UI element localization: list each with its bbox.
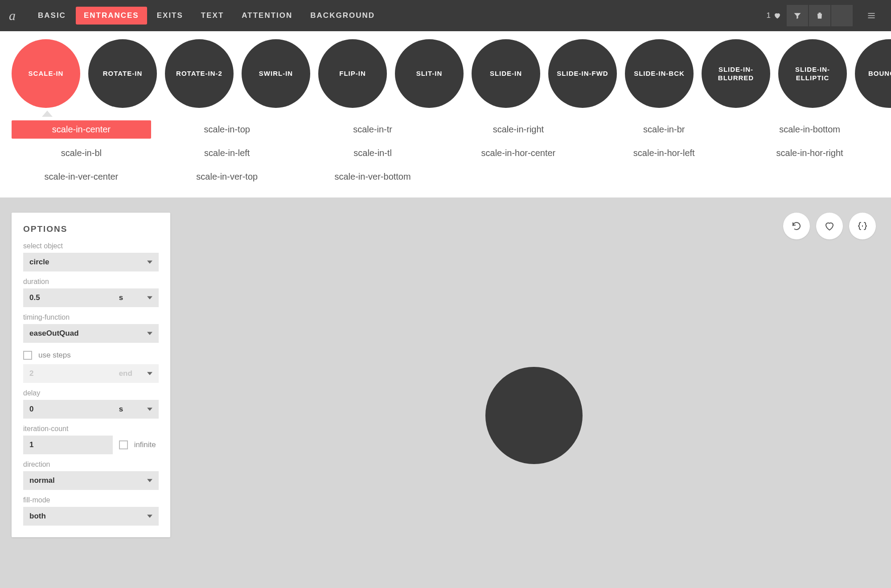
variant-scale-in-hor-right[interactable]: scale-in-hor-right: [740, 144, 879, 162]
steps-count-input[interactable]: [23, 364, 113, 383]
duration-label: duration: [23, 278, 159, 286]
fill-mode-label: fill-mode: [23, 496, 159, 504]
stage-buttons: [783, 213, 876, 239]
variant-scale-in-br[interactable]: scale-in-br: [594, 120, 734, 139]
duration-unit-dropdown[interactable]: [113, 288, 159, 307]
nav-tab-background[interactable]: BACKGROUND: [302, 7, 383, 25]
logo[interactable]: a: [9, 8, 16, 23]
variant-scale-in-hor-center[interactable]: scale-in-hor-center: [449, 144, 588, 162]
direction-label: direction: [23, 461, 159, 469]
anim-circle-slide-in-bck[interactable]: SLIDE-IN-BCK: [625, 39, 694, 108]
code-button[interactable]: [849, 213, 876, 239]
active-pointer-icon: [42, 111, 53, 117]
variant-scale-in-tl[interactable]: scale-in-tl: [303, 144, 443, 162]
fill-mode-dropdown[interactable]: [23, 507, 159, 526]
duration-input[interactable]: [23, 288, 113, 307]
variant-scale-in-right[interactable]: scale-in-right: [449, 120, 588, 139]
iteration-count-label: iteration-count: [23, 425, 159, 433]
variant-scale-in-ver-top[interactable]: scale-in-ver-top: [157, 168, 297, 186]
nav-tabs: BASICENTRANCESEXITSTEXTATTENTIONBACKGROU…: [30, 7, 383, 25]
infinite-checkbox[interactable]: [119, 440, 128, 449]
delay-input[interactable]: [23, 400, 113, 419]
anim-circle-flip-in[interactable]: FLIP-IN: [318, 39, 387, 108]
options-panel: OPTIONS select object duration timing-fu…: [12, 213, 170, 537]
anim-circle-slide-in-fwd[interactable]: SLIDE-IN-FWD: [548, 39, 617, 108]
variant-scale-in-hor-left[interactable]: scale-in-hor-left: [594, 144, 734, 162]
select-object-dropdown[interactable]: [23, 253, 159, 271]
replay-button[interactable]: [783, 213, 810, 239]
variant-scale-in-tr[interactable]: scale-in-tr: [303, 120, 443, 139]
timing-function-label: timing-function: [23, 313, 159, 321]
anim-circle-slide-in-elliptic[interactable]: SLIDE-IN-ELLIPTIC: [778, 39, 847, 108]
replay-icon: [791, 221, 802, 231]
hamburger-icon: [867, 11, 876, 20]
nav-tab-basic[interactable]: BASIC: [30, 7, 74, 25]
timing-function-dropdown[interactable]: [23, 324, 159, 343]
infinite-label: infinite: [134, 440, 156, 449]
anim-circle-slide-in-blurred[interactable]: SLIDE-IN-BLURRED: [702, 39, 770, 108]
iteration-count-input[interactable]: [23, 436, 113, 454]
variant-scale-in-ver-center[interactable]: scale-in-ver-center: [12, 168, 151, 186]
variants-grid: scale-in-centerscale-in-topscale-in-trsc…: [0, 116, 891, 197]
anim-circle-rotate-in-2[interactable]: ROTATE-IN-2: [165, 39, 234, 108]
anim-circle-swirl-in[interactable]: SWIRL-IN: [242, 39, 310, 108]
direction-dropdown[interactable]: [23, 471, 159, 490]
variant-scale-in-bottom[interactable]: scale-in-bottom: [740, 120, 879, 139]
fav-count-value: 1: [767, 11, 771, 20]
anim-circle-scale-in[interactable]: SCALE-IN: [12, 39, 80, 108]
filter-icon: [793, 11, 802, 20]
download-icon: [838, 11, 846, 20]
pointer-row: [0, 108, 891, 116]
anim-circle-slide-in[interactable]: SLIDE-IN: [472, 39, 540, 108]
variant-scale-in-ver-bottom[interactable]: scale-in-ver-bottom: [303, 168, 443, 186]
animation-circles-row: SCALE-INROTATE-INROTATE-IN-2SWIRL-INFLIP…: [0, 31, 891, 108]
anim-circle-bounce-in[interactable]: BOUNCE-IN: [855, 39, 891, 108]
code-braces-icon: [857, 221, 868, 231]
trash-icon: [815, 11, 824, 20]
topbar-right: 1: [767, 5, 882, 26]
variant-scale-in-top[interactable]: scale-in-top: [157, 120, 297, 139]
download-button[interactable]: [831, 5, 853, 26]
delay-unit-dropdown[interactable]: [113, 400, 159, 419]
favorites-count[interactable]: 1: [767, 11, 781, 20]
nav-tab-entrances[interactable]: ENTRANCES: [76, 7, 147, 25]
topbar-left: a BASICENTRANCESEXITSTEXTATTENTIONBACKGR…: [9, 7, 383, 25]
use-steps-label: use steps: [38, 351, 71, 360]
variant-scale-in-center[interactable]: scale-in-center: [12, 120, 151, 139]
select-object-label: select object: [23, 242, 159, 250]
preview-object-circle: [485, 367, 583, 464]
steps-position-dropdown[interactable]: [113, 364, 159, 383]
use-steps-checkbox[interactable]: [23, 351, 32, 360]
nav-tab-text[interactable]: TEXT: [193, 7, 232, 25]
heart-icon: [824, 221, 835, 231]
delete-button[interactable]: [809, 5, 830, 26]
nav-tab-attention[interactable]: ATTENTION: [234, 7, 300, 25]
variant-scale-in-left[interactable]: scale-in-left: [157, 144, 297, 162]
delay-label: delay: [23, 389, 159, 397]
heart-icon: [773, 12, 781, 20]
favorite-button[interactable]: [816, 213, 843, 239]
topbar: a BASICENTRANCESEXITSTEXTATTENTIONBACKGR…: [0, 0, 891, 31]
options-title: OPTIONS: [23, 224, 159, 234]
menu-button[interactable]: [861, 5, 882, 26]
stage: OPTIONS select object duration timing-fu…: [0, 197, 891, 588]
anim-circle-slit-in[interactable]: SLIT-IN: [395, 39, 464, 108]
variant-scale-in-bl[interactable]: scale-in-bl: [12, 144, 151, 162]
nav-tab-exits[interactable]: EXITS: [149, 7, 191, 25]
anim-circle-rotate-in[interactable]: ROTATE-IN: [88, 39, 157, 108]
filter-button[interactable]: [787, 5, 808, 26]
